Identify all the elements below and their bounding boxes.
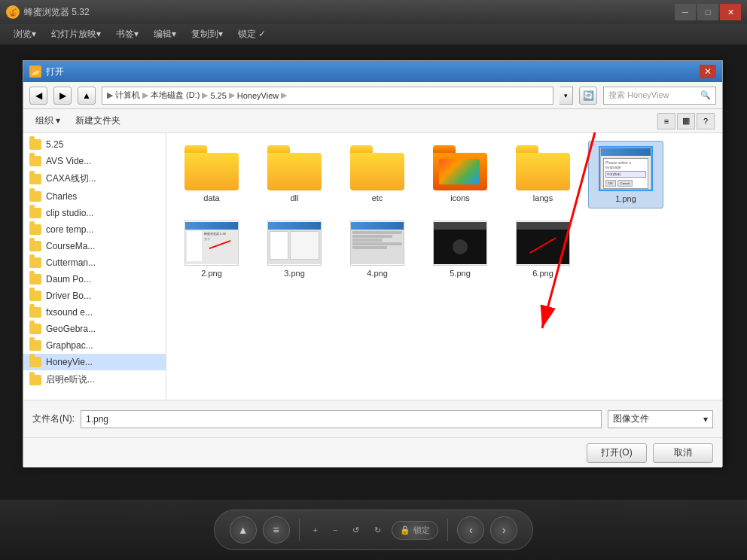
image-thumbnail xyxy=(433,221,487,266)
menu-bookmarks[interactable]: 书签▾ xyxy=(108,25,146,44)
list-item[interactable]: icons xyxy=(422,141,498,208)
file-grid: data dll etc xyxy=(174,141,715,282)
zoom-out-button[interactable]: − xyxy=(328,522,342,537)
up-dir-button[interactable]: ▲ xyxy=(78,87,96,105)
dialog-title-bar: 📂 打开 ✕ xyxy=(23,61,722,82)
second-toolbar: 组织 ▾ 新建文件夹 ≡ ▦ ? xyxy=(23,109,722,133)
dialog-title: 打开 xyxy=(46,65,700,78)
file-name: icons xyxy=(450,193,470,202)
folder-icon xyxy=(29,357,41,367)
minimize-button[interactable]: ─ xyxy=(675,4,696,20)
sidebar-item-525[interactable]: 5.25 xyxy=(23,136,166,153)
folder-icon xyxy=(29,257,41,268)
open-dialog: 📂 打开 ✕ ◀ ▶ ▲ ▶ 计算机 ▶ 本地磁盘 (D:) ▶ 5.25 ▶ … xyxy=(23,60,723,467)
cancel-button[interactable]: 取消 xyxy=(653,443,713,463)
list-item[interactable]: 3.png xyxy=(257,216,332,282)
search-icon: 🔍 xyxy=(700,90,711,100)
list-item[interactable]: Please select a language 中文(简体) OK Cance… xyxy=(588,141,663,208)
forward-button[interactable]: ▶ xyxy=(53,87,72,105)
folder-icon xyxy=(29,139,41,150)
next-button[interactable]: › xyxy=(490,516,517,543)
bottom-toolbar: ▲ ≡ + − ↺ ↻ 🔒 锁定 ‹ › xyxy=(0,500,747,560)
folder-icon xyxy=(29,224,41,235)
sidebar-item-daum[interactable]: Daum Po... xyxy=(23,271,166,288)
list-item[interactable]: 蜂蜜浏览器 5.32 关于 2.png xyxy=(174,216,249,282)
prev-button[interactable]: ‹ xyxy=(457,516,484,543)
view-details-button[interactable]: ▦ xyxy=(677,113,695,129)
list-item[interactable]: etc xyxy=(340,141,415,208)
dialog-close-button[interactable]: ✕ xyxy=(700,65,716,78)
zoom-in-button[interactable]: + xyxy=(309,522,322,537)
menu-bar: 浏览▾ 幻灯片放映▾ 书签▾ 编辑▾ 复制到▾ 锁定 ✓ xyxy=(0,24,747,45)
filename-bar: 文件名(N): 图像文件 ▾ xyxy=(23,400,722,437)
list-item[interactable]: 4.png xyxy=(340,216,415,282)
folder-thumbnail xyxy=(267,145,322,190)
sidebar-item-qiming[interactable]: 启明e听说... xyxy=(23,370,166,389)
sidebar-item-honeyvie[interactable]: HoneyVie... xyxy=(23,354,166,370)
filename-input[interactable] xyxy=(81,410,602,428)
menu-slideshow[interactable]: 幻灯片放映▾ xyxy=(44,25,108,44)
address-sep1: ▶ xyxy=(142,90,148,100)
restore-button[interactable]: □ xyxy=(697,4,718,20)
up-button[interactable]: ▲ xyxy=(230,516,257,543)
view-help-button[interactable]: ? xyxy=(697,113,715,129)
file-name: 3.png xyxy=(284,269,305,278)
close-button[interactable]: ✕ xyxy=(720,4,741,20)
main-area: 📂 打开 ✕ ◀ ▶ ▲ ▶ 计算机 ▶ 本地磁盘 (D:) ▶ 5.25 ▶ … xyxy=(0,45,747,500)
folder-icon xyxy=(29,340,41,351)
menu-copy-to[interactable]: 复制到▾ xyxy=(184,25,230,44)
sidebar-item-avs[interactable]: AVS Vide... xyxy=(23,153,166,169)
open-button[interactable]: 打开(O) xyxy=(587,443,647,463)
file-name: etc xyxy=(372,193,383,202)
menu-browse[interactable]: 浏览▾ xyxy=(6,25,44,44)
title-bar: 🍯 蜂蜜浏览器 5.32 ─ □ ✕ xyxy=(0,0,747,24)
sidebar-item-cutter[interactable]: Cutterman... xyxy=(23,254,166,271)
rotate-right-button[interactable]: ↻ xyxy=(370,522,386,538)
search-placeholder: 搜索 HoneyView xyxy=(608,90,669,101)
address-sep2: ▶ xyxy=(202,90,208,100)
list-item[interactable]: data xyxy=(174,141,249,208)
image-thumbnail xyxy=(267,221,322,266)
address-sep4: ▶ xyxy=(281,90,287,100)
sidebar-item-driver[interactable]: Driver Bo... xyxy=(23,288,166,304)
folder-thumbnail xyxy=(184,145,239,190)
address-dropdown[interactable]: ▾ xyxy=(559,87,573,105)
sidebar-item-caxa[interactable]: CAXA线切... xyxy=(23,169,166,188)
sidebar-item-course[interactable]: CourseMa... xyxy=(23,238,166,254)
image-thumbnail xyxy=(516,221,570,266)
folder-thumbnail xyxy=(516,145,570,190)
folder-icon xyxy=(29,241,41,251)
file-name: 1.png xyxy=(615,194,636,203)
view-list-button[interactable]: ≡ xyxy=(657,113,675,129)
file-name: dll xyxy=(290,193,298,202)
folder-icon xyxy=(29,324,41,334)
rotate-left-button[interactable]: ↺ xyxy=(348,522,364,538)
window-controls: ─ □ ✕ xyxy=(675,4,741,20)
sidebar-item-core[interactable]: core temp... xyxy=(23,221,166,238)
list-item[interactable]: 6.png xyxy=(505,216,581,282)
refresh-button[interactable]: 🔄 xyxy=(579,87,597,105)
sidebar-item-clip[interactable]: clip studio... xyxy=(23,205,166,221)
new-folder-button[interactable]: 新建文件夹 xyxy=(71,112,125,129)
image-thumbnail xyxy=(350,221,404,266)
folder-thumbnail xyxy=(433,145,487,190)
filetype-select[interactable]: 图像文件 ▾ xyxy=(608,410,713,428)
sidebar-item-fxsound[interactable]: fxsound e... xyxy=(23,304,166,321)
sidebar-item-charles[interactable]: Charles xyxy=(23,188,166,205)
search-box[interactable]: 搜索 HoneyView 🔍 xyxy=(603,87,716,105)
dialog-content: 5.25 AVS Vide... CAXA线切... Charles clip … xyxy=(23,133,722,400)
back-button[interactable]: ◀ xyxy=(29,87,47,105)
lock-button[interactable]: 🔒 锁定 xyxy=(392,521,438,540)
organize-button[interactable]: 组织 ▾ xyxy=(31,112,65,129)
list-item[interactable]: dll xyxy=(257,141,332,208)
dialog-icon: 📂 xyxy=(29,65,41,78)
list-item[interactable]: 5.png xyxy=(422,216,498,282)
image-thumbnail: Please select a language 中文(简体) OK Cance… xyxy=(599,146,653,191)
sidebar-item-geo[interactable]: GeoGebra... xyxy=(23,321,166,337)
menu-edit[interactable]: 编辑▾ xyxy=(146,25,184,44)
list-item[interactable]: langs xyxy=(505,141,581,208)
image-thumbnail: 蜂蜜浏览器 5.32 关于 xyxy=(184,221,239,266)
sidebar-item-graph[interactable]: Graphpac... xyxy=(23,337,166,354)
menu-lock[interactable]: 锁定 ✓ xyxy=(230,25,273,44)
menu-button[interactable]: ≡ xyxy=(263,516,290,543)
